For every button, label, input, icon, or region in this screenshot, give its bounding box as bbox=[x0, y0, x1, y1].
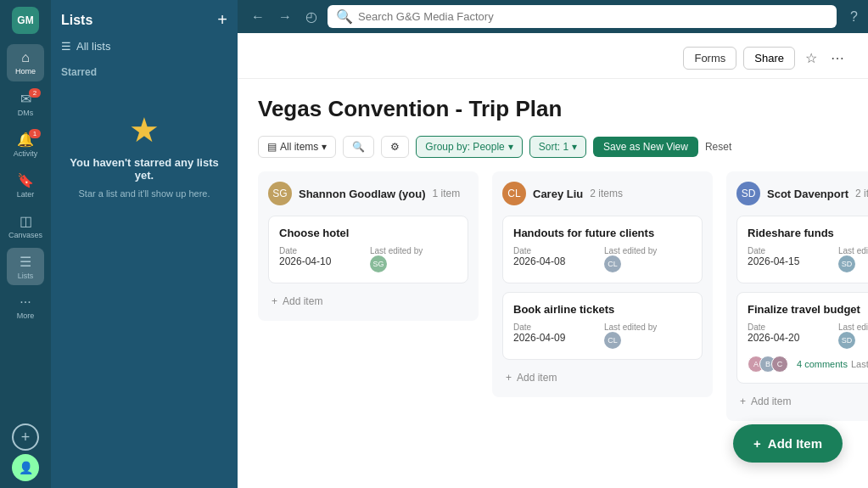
left-panel-header: Lists + bbox=[61, 10, 227, 30]
date-label: Date bbox=[748, 323, 835, 332]
starred-section-label: Starred bbox=[61, 66, 227, 78]
sidebar-item-label: Canvases bbox=[8, 231, 42, 239]
add-item-label: Add item bbox=[751, 395, 791, 407]
edited-avatar: CL bbox=[604, 255, 621, 272]
user-initials-avatar[interactable]: GM bbox=[12, 7, 39, 34]
comments-suffix: Last re bbox=[851, 359, 868, 369]
sidebar-item-label: Later bbox=[17, 190, 35, 199]
group-by-button[interactable]: Group by: People ▾ bbox=[416, 136, 522, 158]
share-button[interactable]: Share bbox=[743, 47, 795, 70]
starred-empty-title: You haven't starred any lists yet. bbox=[61, 156, 227, 182]
star-icon: ★ bbox=[129, 110, 160, 149]
edited-avatar: SD bbox=[838, 255, 855, 272]
lists-icon: ☰ bbox=[20, 254, 31, 270]
card-meta: Date 2026-04-09 Last edited by CL bbox=[513, 323, 692, 349]
more-icon: ··· bbox=[20, 294, 31, 310]
search-icon-toolbar: 🔍 bbox=[352, 141, 365, 153]
col-header-shannon: SG Shannon Goodlaw (you) 1 item bbox=[268, 182, 468, 205]
sidebar: GM ⌂ Home ✉ DMs 2 🔔 Activity 1 🔖 Later ◫… bbox=[0, 0, 51, 488]
chevron-down-icon: ▾ bbox=[322, 141, 327, 153]
date-value: 2026-04-08 bbox=[513, 255, 601, 267]
sidebar-item-label: Activity bbox=[14, 149, 38, 158]
card-meta: Date 2026-04-08 Last edited by CL bbox=[513, 246, 692, 272]
sidebar-item-dms[interactable]: ✉ DMs 2 bbox=[7, 85, 44, 122]
kanban-board: SG Shannon Goodlaw (you) 1 item Choose h… bbox=[258, 171, 848, 421]
bookmark-icon: 🔖 bbox=[17, 172, 34, 188]
card-meta: Date 2026-04-20 Last edited by SD bbox=[748, 323, 868, 349]
group-by-label: Group by: People bbox=[425, 141, 504, 153]
filter-settings-button[interactable]: ⚙ bbox=[381, 136, 409, 158]
all-lists-row[interactable]: ☰ All lists bbox=[61, 36, 227, 56]
card-meta: Date 2026-04-10 Last edited by SG bbox=[279, 246, 457, 272]
col-avatar-carey: CL bbox=[502, 182, 526, 205]
list-icon: ☰ bbox=[61, 40, 71, 53]
forms-button[interactable]: Forms bbox=[683, 47, 736, 70]
add-item-carey[interactable]: + Add item bbox=[502, 368, 703, 387]
col-title-shannon: Shannon Goodlaw (you) bbox=[299, 188, 426, 200]
col-title-carey: Carey Liu bbox=[533, 188, 583, 200]
sidebar-item-canvases[interactable]: ◫ Canvases bbox=[7, 207, 44, 244]
comments-link[interactable]: 4 comments bbox=[797, 359, 848, 369]
kanban-column-carey: CL Carey Liu 2 items Handouts for future… bbox=[492, 171, 713, 397]
sidebar-item-later[interactable]: 🔖 Later bbox=[7, 166, 44, 204]
add-item-scot[interactable]: + Add item bbox=[736, 392, 868, 411]
card-title: Book airline tickets bbox=[513, 303, 692, 316]
edited-avatar: SG bbox=[370, 255, 387, 272]
panel-title: Lists bbox=[61, 13, 92, 28]
back-button[interactable]: ← bbox=[248, 6, 268, 28]
add-item-shannon[interactable]: + Add item bbox=[268, 292, 468, 311]
sidebar-item-activity[interactable]: 🔔 Activity 1 bbox=[7, 126, 44, 163]
plus-icon: + bbox=[506, 372, 512, 384]
sidebar-item-more[interactable]: ··· More bbox=[7, 289, 44, 326]
more-options-button[interactable]: ⋯ bbox=[827, 47, 848, 70]
edited-avatar: CL bbox=[604, 332, 621, 349]
sliders-icon: ⚙ bbox=[390, 141, 400, 153]
add-workspace-button[interactable]: + bbox=[12, 423, 39, 451]
card-choose-hotel[interactable]: Choose hotel Date 2026-04-10 Last edited… bbox=[268, 216, 468, 283]
kanban-column-scot: SD Scot Davenport 2 items Rideshare fund… bbox=[726, 171, 868, 421]
card-rideshare[interactable]: Rideshare funds Date 2026-04-15 Last edi… bbox=[736, 216, 868, 283]
edited-avatar-row: SD bbox=[838, 255, 868, 272]
search-filter-button[interactable]: 🔍 bbox=[343, 136, 374, 158]
big-add-item-button[interactable]: + Add Item bbox=[733, 424, 843, 463]
add-item-label: Add item bbox=[517, 372, 557, 384]
save-view-button[interactable]: Save as New View bbox=[593, 137, 698, 157]
sidebar-item-lists[interactable]: ☰ Lists bbox=[7, 248, 44, 285]
left-panel: Lists + ☰ All lists Starred ★ You haven'… bbox=[51, 0, 238, 488]
user-profile-avatar[interactable]: 👤 bbox=[12, 454, 39, 481]
sidebar-item-label: More bbox=[17, 311, 35, 320]
plus-icon: + bbox=[272, 295, 277, 307]
all-items-filter[interactable]: ▤ All items ▾ bbox=[258, 136, 336, 158]
all-lists-label: All lists bbox=[76, 40, 110, 53]
favorite-button[interactable]: ☆ bbox=[802, 47, 820, 70]
edited-avatar-row: CL bbox=[604, 255, 692, 272]
sidebar-item-label: Home bbox=[15, 67, 36, 76]
edited-avatar: SD bbox=[838, 332, 855, 349]
sidebar-item-label: DMs bbox=[18, 109, 34, 117]
history-button[interactable]: ◴ bbox=[302, 5, 321, 28]
reset-button[interactable]: Reset bbox=[705, 141, 731, 153]
card-travel-budget[interactable]: Finalize travel budget Date 2026-04-20 L… bbox=[736, 292, 868, 384]
card-handouts[interactable]: Handouts for future clients Date 2026-04… bbox=[502, 216, 703, 283]
dms-badge: 2 bbox=[29, 88, 41, 98]
col-header-scot: SD Scot Davenport 2 items bbox=[736, 182, 868, 205]
help-button[interactable]: ? bbox=[850, 9, 858, 25]
edited-label: Last edited by bbox=[604, 246, 692, 255]
sidebar-item-home[interactable]: ⌂ Home bbox=[7, 44, 44, 81]
edited-avatar-row: SG bbox=[370, 255, 457, 272]
col-count-carey: 2 items bbox=[590, 188, 623, 199]
big-add-label: Add Item bbox=[768, 436, 822, 451]
sort-button[interactable]: Sort: 1 ▾ bbox=[529, 136, 586, 158]
date-label: Date bbox=[279, 246, 367, 255]
add-list-button[interactable]: + bbox=[217, 10, 227, 30]
all-items-label: All items bbox=[280, 141, 318, 153]
card-title: Finalize travel budget bbox=[748, 303, 868, 316]
forward-button[interactable]: → bbox=[275, 6, 295, 28]
search-input[interactable] bbox=[358, 10, 828, 23]
card-title: Rideshare funds bbox=[748, 227, 868, 239]
card-airline[interactable]: Book airline tickets Date 2026-04-09 Las… bbox=[502, 292, 703, 360]
plus-icon: + bbox=[740, 395, 746, 407]
col-title-scot: Scot Davenport bbox=[767, 188, 848, 200]
activity-badge: 1 bbox=[29, 129, 41, 138]
starred-empty-state: ★ You haven't starred any lists yet. Sta… bbox=[61, 110, 227, 199]
